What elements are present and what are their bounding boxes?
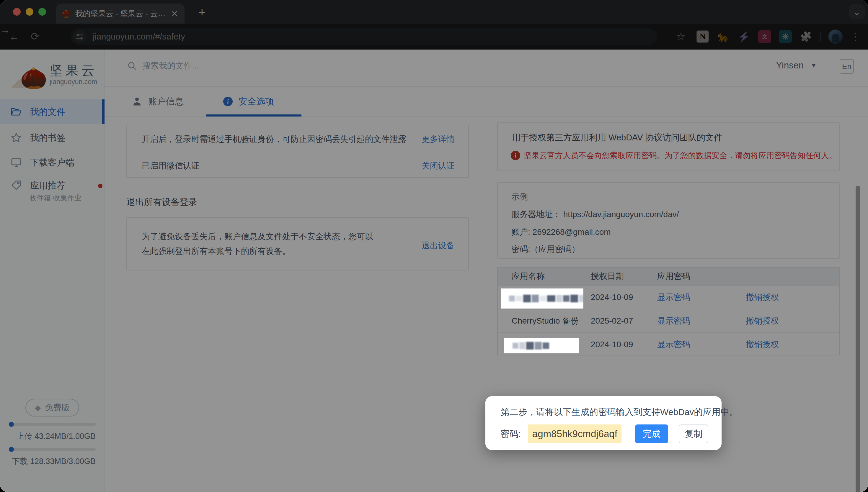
password-label: 密码: — [501, 428, 521, 440]
generated-password-field[interactable]: agm85hk9cmdj6aqf — [528, 424, 621, 443]
redacted-app-name — [504, 338, 579, 353]
browser-window: 🌰 我的坚果云 - 坚果云 - 云盘|网盘 ✕ + ⌄ ← → ⟳ jiangu… — [0, 0, 868, 492]
copy-button[interactable]: 复制 — [679, 424, 708, 443]
dialog-step-text: 第二步，请将以下生成的密码输入到支持WebDav的应用中。 — [501, 406, 738, 418]
done-button[interactable]: 完成 — [635, 424, 668, 443]
webdav-password-dialog: 第二步，请将以下生成的密码输入到支持WebDav的应用中。 密码: agm85h… — [485, 396, 722, 450]
redacted-app-name — [501, 289, 583, 309]
